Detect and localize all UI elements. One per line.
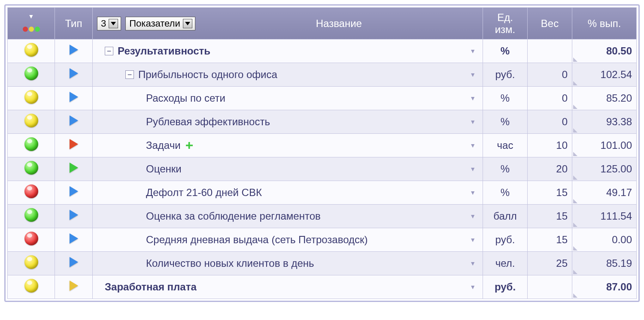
- row-name: Оценка за соблюдение регламентов: [146, 210, 321, 222]
- row-menu-caret-icon[interactable]: ▼: [470, 118, 476, 125]
- table-row: Расходы по сети▼%085.20: [8, 87, 637, 110]
- name-cell: Дефолт 21-60 дней СВК▼: [93, 181, 483, 205]
- cell-corner-icon: [573, 270, 577, 274]
- type-cell: [55, 181, 93, 205]
- filter-select[interactable]: Показатели: [125, 17, 195, 30]
- table-row: Задачи▼час10101.00: [8, 134, 637, 157]
- row-menu-caret-icon[interactable]: ▼: [470, 260, 476, 267]
- type-triangle-icon: [70, 163, 78, 173]
- row-name: Расходы по сети: [146, 92, 225, 104]
- pct-cell: 93.38: [572, 110, 637, 134]
- pct-cell: 0.00: [572, 228, 637, 252]
- type-triangle-icon: [70, 92, 78, 102]
- pct-cell: 85.19: [572, 252, 637, 275]
- unit-cell: час: [483, 134, 528, 157]
- type-cell: [55, 228, 93, 252]
- kpi-table-container: ▼ Тип 3 Показатели: [4, 4, 640, 302]
- table-row: Рублевая эффективность▼%093.38: [8, 110, 637, 134]
- status-cell: [8, 110, 55, 134]
- collapse-toggle[interactable]: −: [105, 47, 113, 55]
- status-cell: [8, 228, 55, 252]
- pct-cell: 87.00: [572, 275, 637, 299]
- cell-corner-icon: [573, 128, 577, 133]
- row-name: Рублевая эффективность: [146, 116, 270, 128]
- unit-cell: руб.: [483, 228, 528, 252]
- row-menu-caret-icon[interactable]: ▼: [470, 95, 476, 102]
- type-cell: [55, 110, 93, 134]
- weight-cell: 25: [528, 252, 572, 275]
- row-menu-caret-icon[interactable]: ▼: [470, 284, 476, 290]
- row-menu-caret-icon[interactable]: ▼: [470, 236, 476, 243]
- cell-corner-icon: [573, 152, 577, 156]
- status-orb-icon: [24, 279, 38, 293]
- name-cell: Оценка за соблюдение регламентов▼: [93, 205, 483, 228]
- status-orb-icon: [24, 208, 38, 222]
- kpi-table: ▼ Тип 3 Показатели: [7, 7, 637, 299]
- unit-cell: %: [483, 110, 528, 134]
- pct-cell: 125.00: [572, 157, 637, 181]
- pct-cell: 111.54: [572, 205, 637, 228]
- type-cell: [55, 157, 93, 181]
- row-menu-caret-icon[interactable]: ▼: [470, 189, 476, 196]
- pct-cell: 102.54: [572, 63, 637, 87]
- add-button[interactable]: [185, 141, 194, 150]
- cell-corner-icon: [573, 223, 577, 227]
- cell-corner-icon: [573, 246, 577, 251]
- status-orb-icon: [24, 137, 38, 151]
- type-triangle-icon: [70, 139, 78, 149]
- name-cell: Задачи▼: [93, 134, 483, 157]
- weight-cell: 0: [528, 63, 572, 87]
- type-triangle-icon: [70, 210, 78, 220]
- row-menu-caret-icon[interactable]: ▼: [470, 142, 476, 149]
- status-orb-icon: [24, 232, 38, 245]
- header-unit[interactable]: Ед. изм.: [483, 8, 528, 39]
- status-cell: [8, 181, 55, 205]
- header-weight[interactable]: Вес: [528, 8, 572, 39]
- name-cell: Количество новых клиентов в день▼: [93, 252, 483, 275]
- status-orb-icon: [24, 184, 38, 198]
- cell-corner-icon: [573, 175, 577, 180]
- header-row: ▼ Тип 3 Показатели: [8, 8, 637, 39]
- type-cell: [55, 87, 93, 110]
- unit-cell: %: [483, 157, 528, 181]
- header-pct[interactable]: % вып.: [572, 8, 637, 39]
- status-cell: [8, 134, 55, 157]
- collapse-toggle[interactable]: −: [125, 70, 134, 79]
- row-name: Оценки: [146, 163, 182, 175]
- caret-down-icon: ▼: [28, 13, 34, 20]
- row-name: Задачи: [146, 139, 181, 151]
- header-type[interactable]: Тип: [55, 8, 93, 39]
- name-cell: Рублевая эффективность▼: [93, 110, 483, 134]
- row-menu-caret-icon[interactable]: ▼: [470, 166, 476, 172]
- status-orb-icon: [24, 114, 38, 127]
- unit-cell: руб.: [483, 63, 528, 87]
- type-triangle-icon: [70, 186, 78, 196]
- type-cell: [55, 252, 93, 275]
- unit-cell: %: [483, 181, 528, 205]
- type-cell: [55, 39, 93, 63]
- weight-cell: 15: [528, 181, 572, 205]
- pct-cell: 80.50: [572, 39, 637, 63]
- type-triangle-icon: [70, 115, 78, 126]
- weight-cell: [528, 275, 572, 299]
- header-status[interactable]: ▼: [8, 8, 55, 39]
- row-menu-caret-icon[interactable]: ▼: [470, 71, 476, 78]
- unit-cell: %: [483, 39, 528, 63]
- weight-cell: 15: [528, 228, 572, 252]
- type-cell: [55, 275, 93, 299]
- status-cell: [8, 275, 55, 299]
- row-menu-caret-icon[interactable]: ▼: [470, 48, 476, 54]
- row-name: Средняя дневная выдача (сеть Петрозаводс…: [146, 234, 368, 246]
- status-orb-icon: [24, 90, 38, 104]
- cell-corner-icon: [573, 293, 577, 298]
- type-cell: [55, 63, 93, 87]
- row-menu-caret-icon[interactable]: ▼: [470, 213, 476, 220]
- status-cell: [8, 252, 55, 275]
- level-select[interactable]: 3: [97, 17, 121, 30]
- unit-cell: чел.: [483, 252, 528, 275]
- row-name: Результативность: [118, 45, 210, 57]
- traffic-light-icon: [22, 22, 40, 34]
- row-name: Прибыльность одного офиса: [138, 69, 277, 81]
- weight-cell: [528, 39, 572, 63]
- status-cell: [8, 157, 55, 181]
